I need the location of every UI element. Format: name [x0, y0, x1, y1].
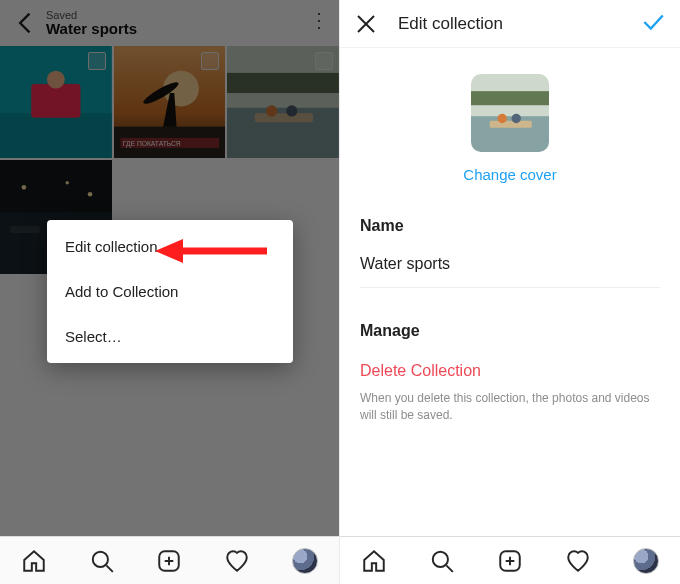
nav-activity-icon[interactable]	[565, 548, 591, 574]
nav-add-icon[interactable]	[156, 548, 182, 574]
edit-title: Edit collection	[398, 14, 640, 34]
svg-line-26	[106, 565, 113, 572]
confirm-button[interactable]	[640, 9, 666, 39]
manage-label: Manage	[360, 322, 660, 340]
saved-collection-screen: Saved Water sports ⋮	[0, 0, 340, 584]
svg-rect-34	[471, 91, 549, 105]
change-cover-link[interactable]: Change cover	[463, 166, 556, 183]
manage-section: Manage Delete Collection When you delete…	[340, 322, 680, 424]
svg-point-25	[92, 551, 107, 566]
annotation-arrow	[155, 236, 275, 266]
svg-point-36	[498, 114, 507, 123]
nav-home-icon[interactable]	[361, 548, 387, 574]
edit-collection-screen: Edit collection Change cover	[340, 0, 680, 584]
nav-search-icon[interactable]	[89, 548, 115, 574]
name-label: Name	[360, 217, 660, 235]
edit-header: Edit collection	[340, 0, 680, 48]
close-button[interactable]	[354, 12, 378, 36]
cover-thumbnail[interactable]	[471, 74, 549, 152]
delete-hint: When you delete this collection, the pho…	[360, 390, 650, 424]
delete-collection-button[interactable]: Delete Collection	[360, 362, 660, 380]
nav-home-icon[interactable]	[21, 548, 47, 574]
svg-marker-24	[155, 239, 183, 263]
edit-body: Change cover Name Water sports Manage De…	[340, 48, 680, 424]
bottom-nav	[0, 536, 339, 584]
svg-point-38	[433, 551, 448, 566]
popup-item-select[interactable]: Select…	[47, 314, 293, 359]
nav-profile-avatar[interactable]	[292, 548, 318, 574]
bottom-nav	[340, 536, 680, 584]
nav-activity-icon[interactable]	[224, 548, 250, 574]
svg-line-39	[446, 565, 453, 572]
nav-search-icon[interactable]	[429, 548, 455, 574]
cover-section: Change cover	[340, 74, 680, 183]
nav-add-icon[interactable]	[497, 548, 523, 574]
svg-point-37	[512, 114, 521, 123]
nav-profile-avatar[interactable]	[633, 548, 659, 574]
svg-rect-35	[490, 121, 532, 128]
name-section: Name Water sports	[340, 217, 680, 288]
popup-item-add-to-collection[interactable]: Add to Collection	[47, 269, 293, 314]
name-field[interactable]: Water sports	[360, 255, 660, 288]
